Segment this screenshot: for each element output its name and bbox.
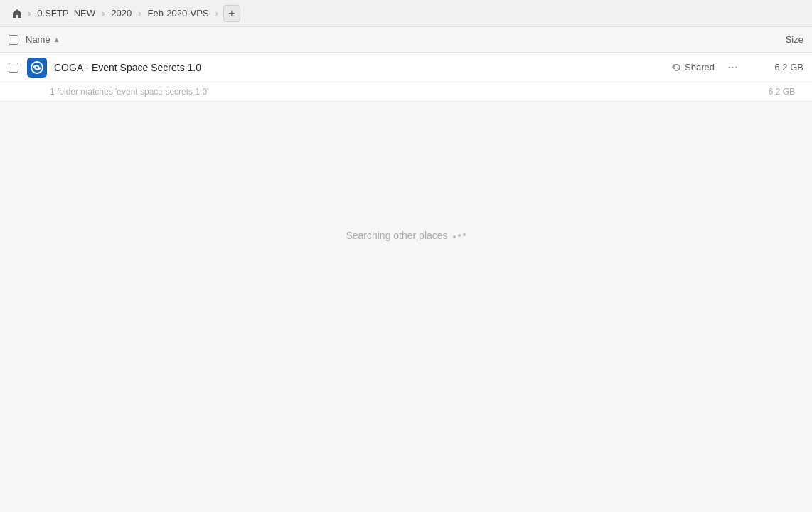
sort-arrow-icon: ▲ xyxy=(53,36,60,43)
share-icon xyxy=(671,63,681,73)
select-all-checkbox[interactable] xyxy=(9,35,18,45)
breadcrumb-separator-2: › xyxy=(102,8,105,18)
home-button[interactable] xyxy=(9,6,26,21)
file-row[interactable]: COGA - Event Space Secrets 1.0 Shared ··… xyxy=(0,53,812,82)
searching-dots xyxy=(452,230,466,241)
summary-row: 6.2 GB 1 folder matches 'event space sec… xyxy=(0,82,812,102)
svg-point-0 xyxy=(453,235,456,238)
more-options-button[interactable]: ··· xyxy=(723,58,742,76)
breadcrumb-separator-3: › xyxy=(138,8,141,18)
select-all-checkbox-container[interactable] xyxy=(9,35,26,45)
breadcrumb-item-feb[interactable]: Feb-2020-VPS xyxy=(144,6,213,20)
file-icon xyxy=(26,56,48,79)
breadcrumb-item-sftp[interactable]: 0.SFTP_NEW xyxy=(33,6,100,20)
searching-text: Searching other places xyxy=(346,230,447,241)
svg-point-1 xyxy=(458,234,461,237)
summary-size: 6.2 GB xyxy=(769,87,795,97)
searching-container: Searching other places xyxy=(0,230,812,241)
size-column-header: Size xyxy=(747,34,803,45)
breadcrumb-bar: › 0.SFTP_NEW › 2020 › Feb-2020-VPS › + xyxy=(0,0,812,27)
breadcrumb-item-2020[interactable]: 2020 xyxy=(107,6,136,20)
name-column-header[interactable]: Name ▲ xyxy=(26,34,747,45)
file-checkbox-container[interactable] xyxy=(9,63,26,73)
breadcrumb-separator-1: › xyxy=(28,8,31,18)
file-name: COGA - Event Space Secrets 1.0 xyxy=(54,62,671,73)
column-header: Name ▲ Size xyxy=(0,27,812,53)
summary-text: 1 folder matches 'event space secrets 1.… xyxy=(50,87,208,97)
shared-label: Shared xyxy=(685,62,715,73)
file-shared-badge: Shared xyxy=(671,62,715,73)
svg-point-2 xyxy=(463,233,466,236)
file-checkbox[interactable] xyxy=(9,63,18,73)
breadcrumb-add-button[interactable]: + xyxy=(223,5,240,22)
file-size: 6.2 GB xyxy=(754,62,803,73)
breadcrumb-separator-4: › xyxy=(215,8,218,18)
